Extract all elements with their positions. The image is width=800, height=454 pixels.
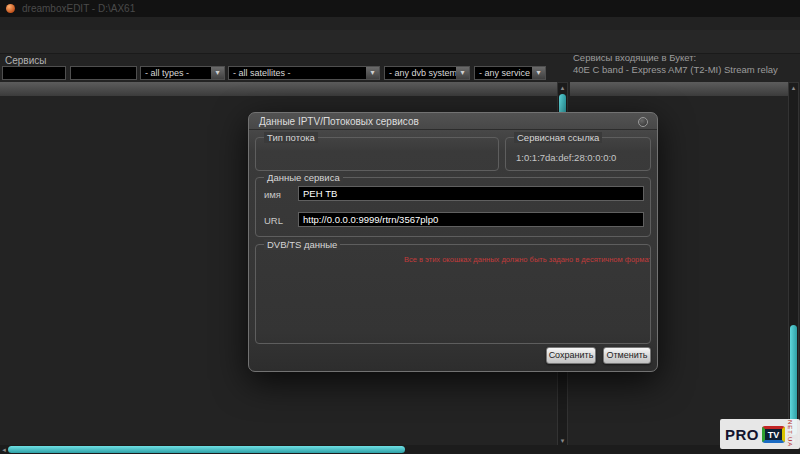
service-ref-group: Сервисная ссылка 1:0:1:7da:def:28:0:0:0:… <box>505 137 651 171</box>
cancel-button[interactable]: Отменить <box>603 347 651 364</box>
dvb-data-group: DVB/TS данные Все в этих окошках данных … <box>255 244 651 344</box>
type-filter-dropdown[interactable]: - all types - ▾ <box>140 66 225 80</box>
dialog-title: Данные IPTV/Потоковых сервисов <box>259 116 419 127</box>
service-data-group: Данные сервиса имя РЕН ТВ URL http://0.0… <box>255 177 651 237</box>
satellite-filter-dropdown[interactable]: - all satellites - ▾ <box>228 66 380 80</box>
name-field[interactable]: РЕН ТВ <box>298 186 644 201</box>
package-search-input[interactable] <box>70 66 137 80</box>
scroll-down-icon[interactable]: ▾ <box>558 436 567 445</box>
bouquet-name: 40E C band - Express AM7 (T2-MI) Stream … <box>573 64 778 75</box>
left-horizontal-scrollbar[interactable]: ◂ <box>0 445 568 454</box>
window-titlebar[interactable]: dreamboxEDIT - D:\AX61 <box>0 0 800 17</box>
dialog-titlebar[interactable]: Данные IPTV/Потоковых сервисов <box>249 113 657 130</box>
name-label: имя <box>264 189 281 200</box>
bouquet-heading: Сервисы входящие в Букет: <box>573 52 696 63</box>
iptv-dialog: Данные IPTV/Потоковых сервисов Тип поток… <box>248 112 658 372</box>
chevron-down-icon[interactable]: ▾ <box>456 67 469 79</box>
dialog-roll-button[interactable] <box>638 117 648 127</box>
app-window: dreamboxEDIT - D:\AX61 Сервисы - all typ… <box>0 0 800 454</box>
service-search-input[interactable] <box>2 66 66 80</box>
right-vertical-scrollbar[interactable]: ▴ ▾ <box>788 82 799 446</box>
service-ref-label: Сервисная ссылка <box>514 132 602 143</box>
service-data-label: Данные сервиса <box>264 172 343 183</box>
url-field[interactable]: http://0.0.0.0:9999/rtrn/3567plp0 <box>298 212 644 227</box>
url-label: URL <box>264 215 283 226</box>
scroll-up-icon[interactable]: ▴ <box>558 83 567 92</box>
service-type-filter-dropdown[interactable]: - any service - ▾ <box>474 66 546 80</box>
scroll-left-icon[interactable]: ◂ <box>0 445 8 454</box>
right-table-header <box>570 82 788 96</box>
app-icon <box>6 4 15 13</box>
decimal-format-warning: Все в этих окошках данных должно быть за… <box>404 255 650 264</box>
services-label: Сервисы <box>5 55 46 66</box>
tv-logo-icon: TV <box>762 426 785 443</box>
scroll-up-icon[interactable]: ▴ <box>789 83 798 92</box>
service-ref-value: 1:0:1:7da:def:28:0:0:0:0 <box>516 152 616 163</box>
dvb-data-label: DVB/TS данные <box>264 239 340 250</box>
satellite-filter-value: - all satellites - <box>233 68 291 78</box>
dvb-system-filter-dropdown[interactable]: - any dvb system - ▾ <box>384 66 470 80</box>
watermark-pro-text: PRO <box>725 426 759 443</box>
stream-type-label: Тип потока <box>264 132 318 143</box>
stream-type-group: Тип потока <box>255 137 499 171</box>
dvb-system-filter-value: - any dvb system - <box>389 68 463 78</box>
left-table-header <box>0 82 558 96</box>
name-value: РЕН ТВ <box>303 188 337 199</box>
url-value: http://0.0.0.0:9999/rtrn/3567plp0 <box>303 214 438 225</box>
chevron-down-icon[interactable]: ▾ <box>366 67 379 79</box>
save-button[interactable]: Сохранить <box>546 347 596 364</box>
chevron-down-icon[interactable]: ▾ <box>532 67 545 79</box>
chevron-down-icon[interactable]: ▾ <box>211 67 224 79</box>
type-filter-value: - all types - <box>145 68 189 78</box>
menu-bar <box>0 17 800 30</box>
watermark-side-text: NET.UA <box>787 420 793 447</box>
window-title: dreamboxEDIT - D:\AX61 <box>22 3 135 14</box>
service-type-filter-value: - any service - <box>479 68 536 78</box>
toolbar <box>0 30 800 54</box>
left-hscroll-thumb[interactable] <box>8 446 405 453</box>
protv-watermark: PRO TV NET.UA <box>720 419 800 449</box>
